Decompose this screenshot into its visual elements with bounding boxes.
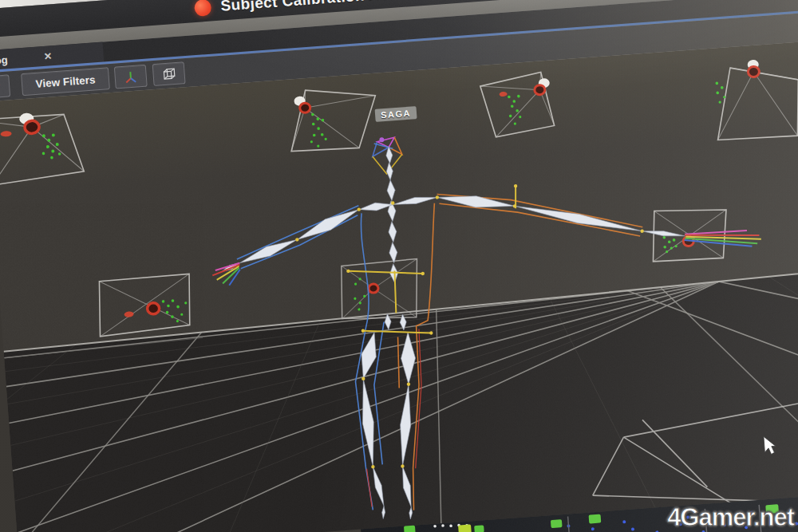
monitor-screen: Subject Calibration Active Log × ▼ View … [0,0,798,532]
chevron-down-icon: ▼ [0,82,2,91]
tab-log-label: Log [0,53,8,67]
orientation-cube-button[interactable] [152,61,186,86]
view-dropdown-button[interactable]: ▼ [0,74,10,98]
record-status-icon [194,0,211,17]
close-icon[interactable]: × [44,45,53,67]
view-filters-button[interactable]: View Filters [21,67,110,96]
view-filters-label: View Filters [35,73,96,89]
watermark: 4Gamer.net [667,503,794,532]
axis-tripod-icon [122,68,139,85]
orientation-cube-icon [160,65,177,82]
axis-tripod-button[interactable] [114,65,148,89]
